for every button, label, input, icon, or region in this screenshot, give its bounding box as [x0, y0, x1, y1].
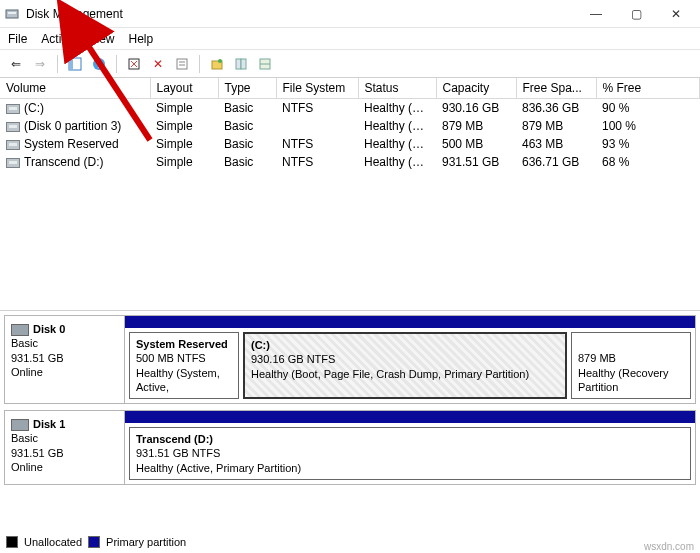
- cell-volume: (C:): [24, 101, 44, 115]
- cell-layout: Simple: [150, 153, 218, 171]
- svg-rect-12: [236, 59, 241, 69]
- cell-volume: System Reserved: [24, 137, 119, 151]
- svg-rect-13: [241, 59, 246, 69]
- partition-box[interactable]: System Reserved 500 MB NTFS Healthy (Sys…: [129, 332, 239, 399]
- cell-free: 463 MB: [516, 135, 596, 153]
- cell-type: Basic: [218, 153, 276, 171]
- cell-pct: 68 %: [596, 153, 700, 171]
- cell-cap: 500 MB: [436, 135, 516, 153]
- table-row[interactable]: (C:) Simple Basic NTFS Healthy (B... 930…: [0, 99, 700, 118]
- legend-swatch-primary: [88, 536, 100, 548]
- back-button[interactable]: ⇐: [6, 54, 26, 74]
- action2-icon[interactable]: [231, 54, 251, 74]
- col-pctfree[interactable]: % Free: [596, 78, 700, 99]
- svg-point-11: [218, 59, 222, 63]
- col-volume[interactable]: Volume: [0, 78, 150, 99]
- disk-row[interactable]: Disk 0 Basic 931.51 GB Online System Res…: [4, 315, 696, 404]
- disk-label: Disk 0: [33, 323, 65, 335]
- partition-size: 930.16 GB NTFS: [251, 353, 335, 365]
- cell-type: Basic: [218, 135, 276, 153]
- menu-view[interactable]: View: [89, 32, 115, 46]
- menu-action[interactable]: Action: [41, 32, 74, 46]
- disk-partitions: Transcend (D:) 931.51 GB NTFS Healthy (A…: [125, 411, 695, 484]
- legend-primary: Primary partition: [106, 536, 186, 548]
- disk-icon: [11, 419, 29, 431]
- menu-bar: File Action View Help: [0, 28, 700, 50]
- cell-pct: 90 %: [596, 99, 700, 118]
- disk-info: Disk 1 Basic 931.51 GB Online: [5, 411, 125, 484]
- cell-fs: [276, 117, 358, 135]
- cell-layout: Simple: [150, 135, 218, 153]
- toolbar: ⇐ ⇒ ? ✕: [0, 50, 700, 78]
- col-status[interactable]: Status: [358, 78, 436, 99]
- col-filesystem[interactable]: File System: [276, 78, 358, 99]
- table-row[interactable]: Transcend (D:) Simple Basic NTFS Healthy…: [0, 153, 700, 171]
- delete-icon[interactable]: ✕: [148, 54, 168, 74]
- help-icon[interactable]: ?: [89, 54, 109, 74]
- cell-cap: 930.16 GB: [436, 99, 516, 118]
- svg-text:?: ?: [96, 59, 102, 70]
- window-controls: — ▢ ✕: [576, 0, 696, 28]
- partition-stripe: [125, 411, 695, 423]
- disk-row[interactable]: Disk 1 Basic 931.51 GB Online Transcend …: [4, 410, 696, 485]
- cell-cap: 879 MB: [436, 117, 516, 135]
- menu-help[interactable]: Help: [129, 32, 154, 46]
- cell-type: Basic: [218, 99, 276, 118]
- window-title: Disk Management: [26, 7, 576, 21]
- partition-box-selected[interactable]: (C:) 930.16 GB NTFS Healthy (Boot, Page …: [243, 332, 567, 399]
- partition-status: Healthy (System, Active,: [136, 367, 220, 393]
- cell-status: Healthy (B...: [358, 99, 436, 118]
- toolbar-sep: [57, 55, 58, 73]
- col-free[interactable]: Free Spa...: [516, 78, 596, 99]
- volume-table: Volume Layout Type File System Status Ca…: [0, 78, 700, 171]
- partition-box[interactable]: 879 MB Healthy (Recovery Partition: [571, 332, 691, 399]
- cell-layout: Simple: [150, 117, 218, 135]
- cell-cap: 931.51 GB: [436, 153, 516, 171]
- disk-state: Online: [11, 366, 43, 378]
- drive-icon: [6, 104, 20, 114]
- cell-fs: NTFS: [276, 99, 358, 118]
- title-bar: Disk Management — ▢ ✕: [0, 0, 700, 28]
- partition-size: 931.51 GB NTFS: [136, 447, 220, 459]
- refresh-icon[interactable]: [124, 54, 144, 74]
- app-icon: [4, 6, 20, 22]
- partition-size: 500 MB NTFS: [136, 352, 206, 364]
- action1-icon[interactable]: [207, 54, 227, 74]
- minimize-button[interactable]: —: [576, 0, 616, 28]
- forward-button[interactable]: ⇒: [30, 54, 50, 74]
- toolbar-sep: [199, 55, 200, 73]
- cell-free: 836.36 GB: [516, 99, 596, 118]
- action3-icon[interactable]: [255, 54, 275, 74]
- show-hide-icon[interactable]: [65, 54, 85, 74]
- table-row[interactable]: System Reserved Simple Basic NTFS Health…: [0, 135, 700, 153]
- drive-icon: [6, 158, 20, 168]
- close-button[interactable]: ✕: [656, 0, 696, 28]
- cell-volume: (Disk 0 partition 3): [24, 119, 121, 133]
- legend-unallocated: Unallocated: [24, 536, 82, 548]
- disk-size: 931.51 GB: [11, 352, 64, 364]
- cell-fs: NTFS: [276, 135, 358, 153]
- disk-state: Online: [11, 461, 43, 473]
- drive-icon: [6, 140, 20, 150]
- partition-status: Healthy (Active, Primary Partition): [136, 462, 301, 474]
- disk-label: Disk 1: [33, 418, 65, 430]
- partition-name: (C:): [251, 339, 270, 351]
- cell-free: 636.71 GB: [516, 153, 596, 171]
- cell-status: Healthy (S...: [358, 135, 436, 153]
- menu-file[interactable]: File: [8, 32, 27, 46]
- partition-status: Healthy (Boot, Page File, Crash Dump, Pr…: [251, 368, 529, 380]
- disk-partitions: System Reserved 500 MB NTFS Healthy (Sys…: [125, 316, 695, 403]
- maximize-button[interactable]: ▢: [616, 0, 656, 28]
- toolbar-sep: [116, 55, 117, 73]
- col-type[interactable]: Type: [218, 78, 276, 99]
- table-row[interactable]: (Disk 0 partition 3) Simple Basic Health…: [0, 117, 700, 135]
- cell-type: Basic: [218, 117, 276, 135]
- cell-pct: 93 %: [596, 135, 700, 153]
- properties-icon[interactable]: [172, 54, 192, 74]
- col-capacity[interactable]: Capacity: [436, 78, 516, 99]
- partition-box[interactable]: Transcend (D:) 931.51 GB NTFS Healthy (A…: [129, 427, 691, 480]
- disk-size: 931.51 GB: [11, 447, 64, 459]
- partition-size: 879 MB: [578, 352, 616, 364]
- col-layout[interactable]: Layout: [150, 78, 218, 99]
- cell-pct: 100 %: [596, 117, 700, 135]
